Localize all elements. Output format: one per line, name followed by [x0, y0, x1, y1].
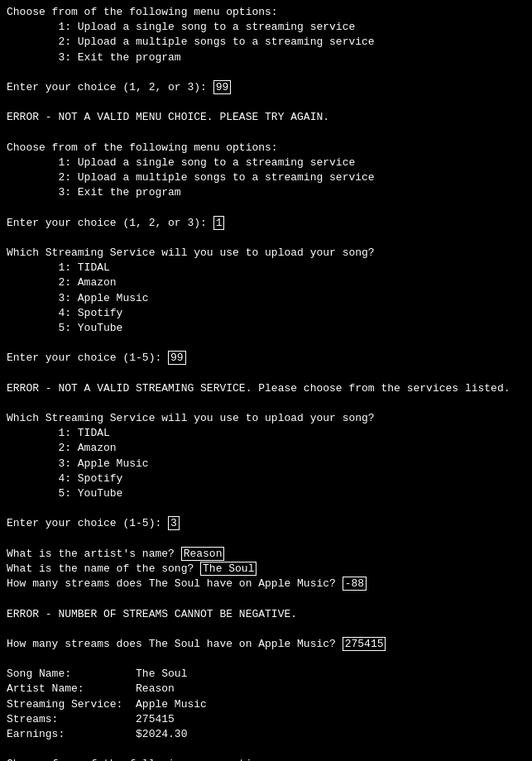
output-line: ERROR - NOT A VALID STREAMING SERVICE. P…: [7, 381, 525, 396]
blank-line: [7, 501, 525, 516]
output-line: 3: Apple Music: [7, 291, 525, 306]
output-line: 1: TIDAL: [7, 261, 525, 275]
output-line: 4: Spotify: [7, 306, 525, 321]
prompt-text: What is the name of the song?: [7, 562, 200, 575]
prompt-text: How many streams does The Soul have on A…: [7, 638, 343, 650]
user-input[interactable]: 99: [213, 80, 232, 94]
input-line: Enter your choice (1, 2, or 3): 1: [7, 216, 525, 231]
output-line: Artist Name: Reason: [7, 682, 525, 696]
output-line: Choose from of the following menu option…: [7, 141, 525, 156]
output-line: Which Streaming Service will you use to …: [7, 411, 525, 426]
input-line: Enter your choice (1, 2, or 3): 99: [7, 80, 525, 95]
user-input[interactable]: 99: [168, 351, 186, 365]
output-line: 2: Upload a multiple songs to a streamin…: [7, 170, 525, 185]
blank-line: [7, 200, 525, 215]
user-input[interactable]: 1: [213, 216, 225, 230]
blank-line: [7, 591, 525, 606]
output-line: 2: Upload a multiple songs to a streamin…: [7, 35, 525, 50]
output-line: 2: Amazon: [7, 275, 525, 290]
output-line: 3: Exit the program: [7, 185, 525, 200]
user-input[interactable]: 3: [168, 516, 180, 530]
blank-line: [7, 126, 525, 141]
output-line: 3: Apple Music: [7, 457, 525, 471]
output-line: Which Streaming Service will you use to …: [7, 246, 525, 261]
output-line: Streaming Service: Apple Music: [7, 697, 525, 712]
input-line: What is the artist's name? Reason: [7, 547, 525, 562]
prompt-text: Enter your choice (1-5):: [7, 352, 168, 364]
user-input[interactable]: The Soul: [200, 562, 256, 576]
input-line: Enter your choice (1-5): 3: [7, 516, 525, 531]
prompt-text: What is the artist's name?: [7, 548, 181, 560]
output-line: 2: Amazon: [7, 441, 525, 456]
output-line: ERROR - NOT A VALID MENU CHOICE. PLEASE …: [7, 110, 525, 125]
blank-line: [7, 95, 525, 110]
output-line: 4: Spotify: [7, 471, 525, 486]
output-line: Choose from of the following menu option…: [7, 757, 525, 761]
user-input[interactable]: -88: [343, 577, 367, 591]
output-line: 1: TIDAL: [7, 426, 525, 441]
input-line: Enter your choice (1-5): 99: [7, 351, 525, 366]
blank-line: [7, 396, 525, 411]
input-line: How many streams does The Soul have on A…: [7, 577, 525, 591]
output-line: 5: YouTube: [7, 486, 525, 501]
blank-line: [7, 231, 525, 246]
output-line: Earnings: $2024.30: [7, 727, 525, 742]
blank-line: [7, 652, 525, 667]
prompt-text: Enter your choice (1-5):: [7, 517, 168, 529]
output-line: Song Name: The Soul: [7, 667, 525, 682]
prompt-text: Enter your choice (1, 2, or 3):: [7, 217, 213, 229]
blank-line: [7, 366, 525, 381]
user-input[interactable]: 275415: [343, 637, 386, 651]
output-line: Streams: 275415: [7, 712, 525, 727]
prompt-text: Enter your choice (1, 2, or 3):: [7, 81, 213, 93]
blank-line: [7, 532, 525, 547]
terminal: Choose from of the following menu option…: [7, 5, 525, 761]
blank-line: [7, 622, 525, 637]
blank-line: [7, 65, 525, 80]
blank-line: [7, 742, 525, 757]
input-line: How many streams does The Soul have on A…: [7, 637, 525, 652]
output-line: 5: YouTube: [7, 321, 525, 336]
output-line: 3: Exit the program: [7, 50, 525, 65]
blank-line: [7, 336, 525, 351]
output-line: Choose from of the following menu option…: [7, 5, 525, 20]
output-line: 1: Upload a single song to a streaming s…: [7, 156, 525, 170]
prompt-text: How many streams does The Soul have on A…: [7, 577, 343, 590]
user-input[interactable]: Reason: [181, 547, 225, 561]
output-line: 1: Upload a single song to a streaming s…: [7, 20, 525, 35]
input-line: What is the name of the song? The Soul: [7, 562, 525, 577]
output-line: ERROR - NUMBER OF STREAMS CANNOT BE NEGA…: [7, 607, 525, 622]
